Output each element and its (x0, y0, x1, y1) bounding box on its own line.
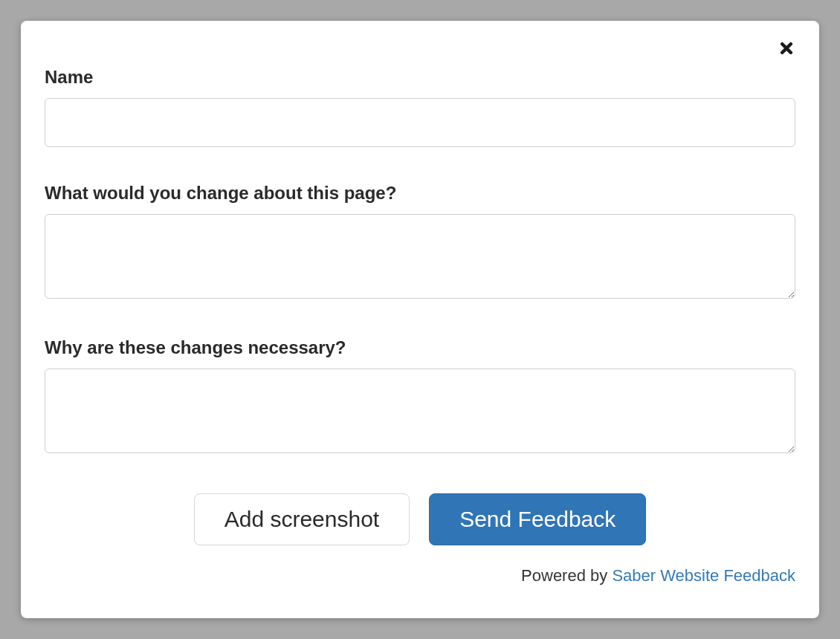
powered-by-prefix: Powered by (521, 566, 612, 585)
change-field-group: What would you change about this page? (45, 162, 795, 302)
name-field-group: Name (45, 45, 795, 147)
feedback-modal: Name What would you change about this pa… (21, 21, 819, 618)
change-textarea[interactable] (45, 214, 795, 299)
change-label: What would you change about this page? (45, 183, 795, 204)
send-feedback-button[interactable]: Send Feedback (429, 493, 646, 545)
powered-by-link[interactable]: Saber Website Feedback (612, 566, 795, 585)
why-textarea[interactable] (45, 369, 795, 453)
name-label: Name (45, 67, 795, 88)
add-screenshot-button[interactable]: Add screenshot (194, 493, 410, 545)
close-icon (778, 39, 795, 59)
powered-by-footer: Powered by Saber Website Feedback (45, 566, 795, 586)
close-button[interactable] (775, 37, 798, 61)
button-row: Add screenshot Send Feedback (45, 493, 795, 545)
why-field-group: Why are these changes necessary? (45, 317, 795, 456)
name-input[interactable] (45, 98, 795, 147)
why-label: Why are these changes necessary? (45, 337, 795, 358)
